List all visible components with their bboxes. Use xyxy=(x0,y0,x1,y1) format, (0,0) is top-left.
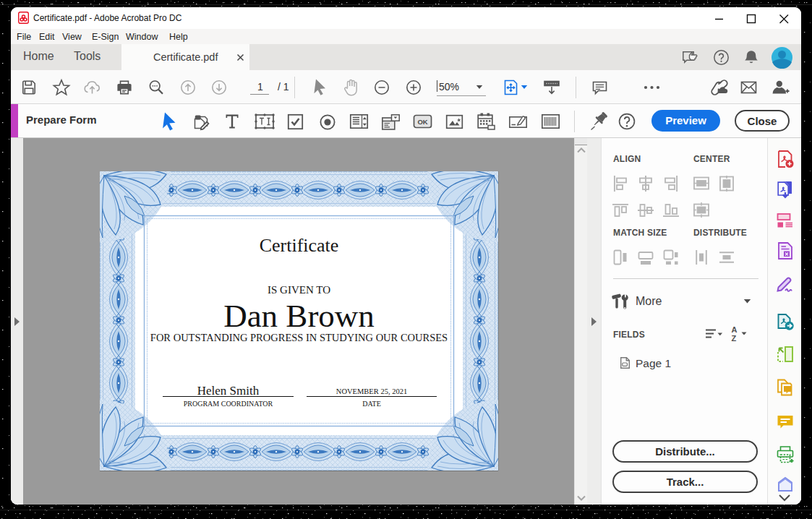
svg-text:A: A xyxy=(732,325,738,334)
svg-text:OK: OK xyxy=(417,118,427,126)
svg-text:Z: Z xyxy=(732,334,737,343)
